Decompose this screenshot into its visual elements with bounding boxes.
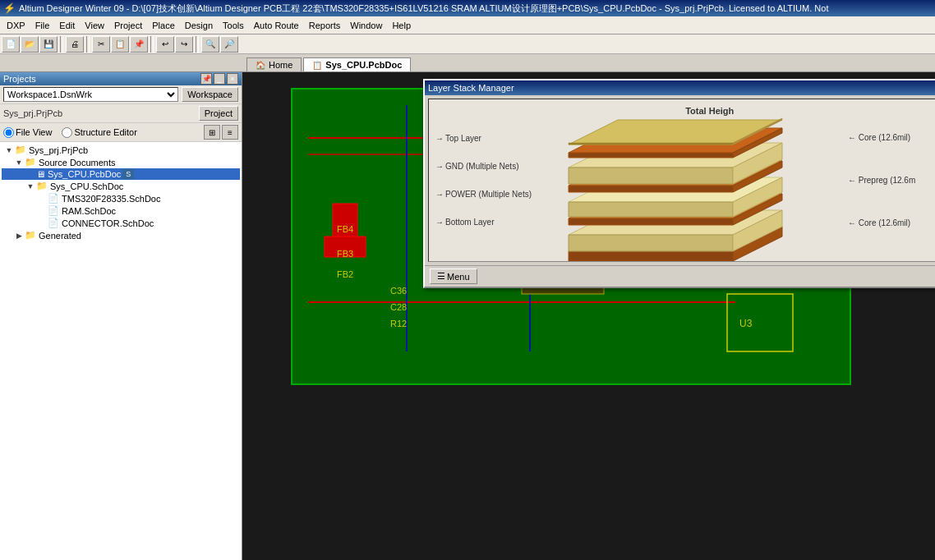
- dialog-title: Layer Stack Manager: [428, 83, 514, 93]
- expand-tms: [36, 195, 48, 203]
- pcb-area: JP1 FB4 FB3: [242, 72, 935, 560]
- toolbar: 📄 📂 💾 🖨 ✂ 📋 📌 ↩ ↪ 🔍 🔎: [0, 34, 935, 54]
- main-layout: Projects 📌 _ × Workspace1.DsnWrk Workspa…: [0, 72, 935, 560]
- file-view-radio[interactable]: File View: [3, 127, 52, 138]
- app-icon: ⚡: [3, 2, 16, 14]
- tree-item-tms-sch[interactable]: 📄 TMS320F28335.SchDoc: [2, 192, 240, 204]
- toolbar-zoom-out[interactable]: 🔎: [220, 36, 238, 53]
- svg-text:FB2: FB2: [337, 269, 353, 279]
- tree-item-generated[interactable]: ▶ 📁 Generated: [2, 229, 240, 241]
- menu-place[interactable]: Place: [147, 19, 180, 32]
- toolbar-save[interactable]: 💾: [39, 36, 58, 53]
- arrow-top: →: [435, 134, 444, 143]
- menu-icon: ☰: [437, 271, 445, 282]
- tab-bar: 🏠 Home 📋 Sys_CPU.PcbDoc: [0, 54, 935, 72]
- project-row: Sys_prj.PrjPcb Project: [0, 104, 242, 123]
- expand-connector: [36, 219, 48, 227]
- svg-text:R12: R12: [390, 319, 407, 328]
- workspace-row: Workspace1.DsnWrk Workspace: [0, 85, 242, 104]
- menu-tools[interactable]: Tools: [218, 19, 249, 32]
- panel-close-btn[interactable]: ×: [227, 73, 238, 85]
- svg-marker-45: [569, 235, 733, 251]
- tree-item-source-docs[interactable]: ▼ 📁 Source Documents: [2, 156, 240, 168]
- panel-title: Projects: [3, 74, 36, 84]
- expand-sys-cpu-sch: ▼: [25, 182, 36, 190]
- menu-autoroute[interactable]: Auto Route: [249, 19, 304, 32]
- home-icon: 🏠: [256, 61, 265, 70]
- toolbar-new[interactable]: 📄: [2, 36, 20, 53]
- svg-marker-42: [569, 251, 733, 261]
- project-label: Sys_prj.PrjPcb: [3, 108, 196, 118]
- stack-3d-svg: [544, 112, 935, 262]
- toolbar-open[interactable]: 📂: [21, 36, 39, 53]
- toolbar-undo[interactable]: ↩: [156, 36, 174, 53]
- pcb-tab-icon: 📋: [312, 61, 322, 70]
- structure-editor-radio[interactable]: Structure Editor: [62, 127, 136, 138]
- toolbar-sep4: [196, 36, 199, 53]
- doc-badge: S: [122, 169, 134, 179]
- connector-sch-icon: 📄: [48, 218, 59, 228]
- menu-window[interactable]: Window: [345, 19, 387, 32]
- svg-text:U3: U3: [739, 318, 753, 329]
- panel-pin-btn[interactable]: 📌: [200, 73, 212, 85]
- sch-icon: 📄: [48, 193, 59, 204]
- toolbar-paste[interactable]: 📌: [130, 36, 148, 53]
- tree-item-sys-cpu-pcb[interactable]: 🖥 Sys_CPU.PcbDoc S: [2, 168, 240, 180]
- ram-sch-icon: 📄: [48, 205, 59, 216]
- menu-file[interactable]: File: [30, 19, 55, 32]
- folder-icon: 📁: [25, 157, 36, 168]
- svg-marker-57: [569, 168, 733, 184]
- toolbar-sep1: [60, 36, 63, 53]
- title-text: Altium Designer Winter 09 - D:\[07]技术创新\…: [19, 2, 828, 15]
- menu-view[interactable]: View: [80, 19, 109, 32]
- left-panel: Projects 📌 _ × Workspace1.DsnWrk Workspa…: [0, 72, 242, 560]
- tab-home[interactable]: 🏠 Home: [246, 57, 302, 71]
- layer-stack-dialog: Layer Stack Manager ? × Total Heigh → To…: [423, 79, 935, 288]
- menu-help[interactable]: Help: [387, 19, 416, 32]
- menu-edit[interactable]: Edit: [54, 19, 80, 32]
- dialog-title-bar: Layer Stack Manager ? ×: [425, 80, 935, 95]
- toolbar-copy[interactable]: 📋: [111, 36, 129, 53]
- workspace-dropdown[interactable]: Workspace1.DsnWrk: [3, 87, 178, 102]
- menu-bar: DXP File Edit View Project Place Design …: [0, 16, 935, 34]
- toolbar-redo[interactable]: ↪: [175, 36, 193, 53]
- menu-dxp[interactable]: DXP: [2, 19, 30, 32]
- arrow-bottom: →: [435, 218, 444, 227]
- svg-text:C28: C28: [390, 302, 407, 312]
- svg-marker-60: [569, 153, 733, 158]
- toolbar-sep3: [150, 36, 154, 53]
- tree-item-ram-sch[interactable]: 📄 RAM.SchDoc: [2, 204, 240, 217]
- panel-minimize-btn[interactable]: _: [214, 73, 225, 85]
- sch-folder-icon: 📁: [36, 181, 48, 191]
- svg-marker-51: [569, 202, 733, 217]
- svg-marker-48: [569, 218, 733, 225]
- toolbar-zoom-in[interactable]: 🔍: [201, 36, 219, 53]
- title-bar: ⚡ Altium Designer Winter 09 - D:\[07]技术创…: [0, 0, 935, 16]
- menu-design[interactable]: Design: [180, 19, 218, 32]
- menu-button[interactable]: ☰ Menu: [430, 269, 477, 284]
- generated-icon: 📁: [25, 230, 36, 241]
- toolbar-sep2: [86, 36, 90, 53]
- tree-item-sys-prj[interactable]: ▼ 📁 Sys_prj.PrjPcb: [2, 144, 240, 156]
- arrow-power: →: [435, 190, 444, 199]
- expand-generated: ▶: [13, 232, 25, 240]
- toolbar-print[interactable]: 🖨: [66, 36, 84, 53]
- view-icon-2[interactable]: ≡: [222, 125, 238, 140]
- expand-source-docs: ▼: [13, 158, 25, 167]
- menu-reports[interactable]: Reports: [304, 19, 346, 32]
- workspace-button[interactable]: Workspace: [182, 87, 238, 102]
- project-button[interactable]: Project: [199, 106, 238, 121]
- toolbar-cut[interactable]: ✂: [92, 36, 110, 53]
- expand-sys-cpu-pcb: [25, 170, 36, 178]
- layer-3d-view: Total Heigh → Top Layer → GND (Multiple …: [428, 99, 935, 262]
- menu-project[interactable]: Project: [109, 19, 147, 32]
- svg-text:FB3: FB3: [337, 249, 353, 259]
- tab-sys-cpu-pcb[interactable]: 📋 Sys_CPU.PcbDoc: [303, 57, 411, 71]
- arrow-gnd: →: [435, 162, 444, 171]
- expand-sys-prj: ▼: [3, 146, 15, 154]
- tree-item-sys-cpu-sch[interactable]: ▼ 📁 Sys_CPU.SchDoc: [2, 180, 240, 192]
- tree-item-connector-sch[interactable]: 📄 CONNECTOR.SchDoc: [2, 217, 240, 229]
- svg-marker-63: [569, 143, 733, 145]
- view-icon-1[interactable]: ⊞: [204, 125, 220, 140]
- view-icons: ⊞ ≡: [204, 125, 238, 140]
